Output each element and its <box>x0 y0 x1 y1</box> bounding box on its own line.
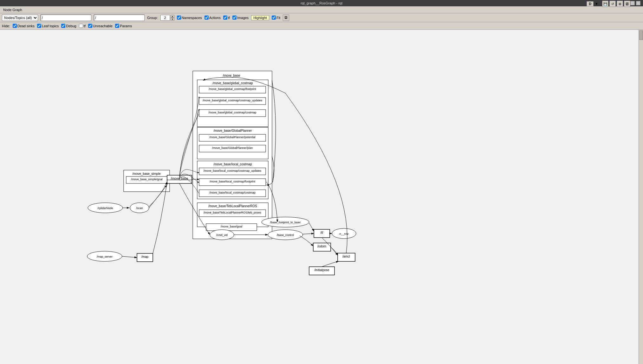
scrollbar-thumb[interactable] <box>639 30 643 40</box>
local-costmap-label: /move_base/local_costmap <box>213 163 252 166</box>
fit-icon-button[interactable]: 🖼 <box>283 15 289 21</box>
amcl-text: /amcl <box>342 255 350 258</box>
scrollbar-right[interactable] <box>639 30 643 364</box>
map-server-text: /map_server <box>97 255 113 258</box>
window-title: rqt_graph__RosGraph - rqt <box>301 1 342 5</box>
layout-icon-button[interactable]: ⊞ <box>617 1 623 7</box>
tf-hide-checkbox[interactable] <box>79 24 83 28</box>
spin-up[interactable]: ▲ <box>171 15 174 18</box>
tf-text: /tf <box>321 231 323 234</box>
d-arrow: ▼ <box>595 2 598 6</box>
refresh-icon-button[interactable]: ↺ <box>609 1 616 7</box>
goal-text: /move_base/goal <box>221 225 243 228</box>
ns-filter-1[interactable] <box>41 15 91 21</box>
initialpose-text: /initialpose <box>314 268 329 272</box>
d-button[interactable]: D <box>587 1 594 6</box>
toolbar: Nodes/Topics (all) Nodes only Topics onl… <box>0 13 643 22</box>
save-icon-button[interactable]: 💾 <box>602 1 608 7</box>
scan-text: /scan <box>136 207 143 210</box>
rplidar-text: /rplidarNode <box>97 207 113 210</box>
actions-label: Actions <box>209 16 221 20</box>
spin-down[interactable]: ▼ <box>171 18 174 21</box>
fit-checkbox[interactable] <box>272 16 276 20</box>
hide-label: Hide: <box>2 24 10 28</box>
params-label[interactable]: Params <box>115 24 132 28</box>
basecontrol-to-odom <box>300 236 313 246</box>
costmap-updates-text: /move_base/global_costmap/costmap_update… <box>203 99 263 102</box>
title-bar: rqt_graph__RosGraph - rqt — □ ✕ <box>0 0 643 6</box>
leaf-topics-label[interactable]: Leaf topics <box>37 24 59 28</box>
teb-label: /move_base/TebLocalPlannerROS <box>208 204 257 208</box>
fit-checkbox-label[interactable]: Fit <box>272 16 280 20</box>
ros-graph-svg: /move_base /move_base/global_costmap /mo… <box>0 30 643 364</box>
initialpose-to-amcl <box>322 261 339 267</box>
dead-sinks-label[interactable]: Dead sinks <box>13 24 35 28</box>
ns-filter-2[interactable] <box>94 15 145 21</box>
graph-canvas[interactable]: /move_base /move_base/global_costmap /mo… <box>0 30 643 364</box>
unreachable-label[interactable]: Unreachable <box>88 24 113 28</box>
images-label: Images <box>237 16 249 20</box>
potential-text: /move_base/GlobalPlanner/potential <box>209 136 255 139</box>
tf-label: tf <box>228 16 230 20</box>
group-value: 2 <box>160 15 170 21</box>
group-spinner[interactable]: 2 ▲ ▼ <box>160 15 174 21</box>
base-footprint-to-laser-text: /base_footprint_to_laser <box>270 221 301 224</box>
group-label: Group: <box>147 16 158 20</box>
actions-checkbox[interactable] <box>205 16 209 20</box>
filter-select[interactable]: Nodes/Topics (all) Nodes only Topics onl… <box>2 15 38 21</box>
unreachable-checkbox[interactable] <box>88 24 92 28</box>
footprint-text: /move_base/global_costmap/footprint <box>209 87 256 91</box>
basefootprint-to-tf <box>309 223 314 231</box>
plan-text: /move_base/GlobalPlanner/plan <box>212 146 253 150</box>
global-costmap-label: /move_base/global_costmap <box>212 81 253 85</box>
actions-checkbox-label[interactable]: Actions <box>205 16 221 20</box>
rviz-text: n__rviz <box>339 232 349 235</box>
move-base-simple-goal-text: /move_base_simple/goal <box>131 178 163 181</box>
image-icon-button[interactable]: 🖼 <box>624 1 630 7</box>
maximize-button[interactable]: □ <box>630 1 635 5</box>
basecontrol-to-tf <box>303 233 314 234</box>
tf-checkbox[interactable] <box>223 16 227 20</box>
debug-checkbox[interactable] <box>61 24 65 28</box>
cmd-vel-text: /cmd_vel <box>216 233 228 237</box>
leaf-topics-checkbox[interactable] <box>37 24 41 28</box>
namespaces-checkbox-label[interactable]: Namespaces <box>177 16 202 20</box>
namespaces-label: Namespaces <box>182 16 202 20</box>
dead-sinks-checkbox[interactable] <box>13 24 17 28</box>
map-server-to-map <box>122 256 137 258</box>
global-planner-label: /move_base/GlobalPlanner <box>214 129 252 132</box>
params-checkbox[interactable] <box>115 24 119 28</box>
local-footprint-text: /move_base/local_costmap/footprint <box>210 180 256 183</box>
base-control-text: /base_control <box>277 233 294 237</box>
menu-bar: Node Graph D ▼ 💾 ↺ ⊞ 🖼 <box>0 6 643 13</box>
menu-node-graph[interactable]: Node Graph <box>1 8 24 12</box>
teb-poses-text: /move_base/TebLocalPlannerROS/teb_poses <box>204 211 262 214</box>
tf-hide-label[interactable]: tf <box>79 24 86 28</box>
odom-text: /odom <box>317 245 326 248</box>
local-costmap-updates-text: /move_base/local_costmap/costmap_updates <box>204 169 262 172</box>
move-base-simple-label: /move_base_simple <box>133 172 161 176</box>
map-to-movbase <box>153 182 167 253</box>
hide-bar: Hide: Dead sinks Leaf topics Debug tf Un… <box>0 22 643 30</box>
global-costmap-text: /move_base/global_costmap/costmap <box>208 111 256 114</box>
map-text: /map <box>141 255 149 259</box>
d-menu-area: D ▼ 💾 ↺ ⊞ 🖼 <box>587 1 630 7</box>
namespaces-checkbox[interactable] <box>177 16 181 20</box>
close-button[interactable]: ✕ <box>636 1 640 5</box>
tf-checkbox-label[interactable]: tf <box>223 16 230 20</box>
move-base-group-label: /move_base <box>223 74 240 77</box>
images-checkbox[interactable] <box>232 16 237 20</box>
local-costmap-text: /move_base/local_costmap/costmap <box>209 191 256 194</box>
highlight-button[interactable]: Highlight <box>251 15 269 20</box>
images-checkbox-label[interactable]: Images <box>232 16 249 20</box>
fit-label: Fit <box>276 16 280 20</box>
debug-label[interactable]: Debug <box>61 24 76 28</box>
